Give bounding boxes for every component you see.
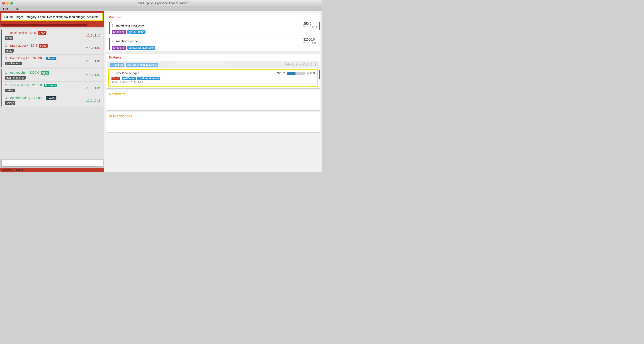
item-name: hong kong trip — [10, 56, 30, 60]
tag-spent-too: spentTooMuchLastWeek — [126, 63, 158, 66]
menu-bar: File Help — [0, 6, 322, 11]
wishlist-date: 2019-11-11 — [304, 26, 317, 29]
app-window: ⚡ GuiltTrip: your personal finance track… — [0, 0, 322, 172]
income-item-3[interactable]: 3. october salary $3000.0 Salary salary — [2, 94, 103, 107]
item-tags: food — [5, 36, 46, 40]
item-date: 2019-11-07 — [86, 59, 100, 62]
budgets-scrollbar — [319, 70, 320, 79]
item-tags: mala — [5, 48, 48, 52]
budget-bar-fill — [287, 72, 296, 75]
item-tags: gahmenMoney — [5, 75, 49, 80]
item-tags: salary — [5, 88, 57, 92]
category-badge: Travel — [46, 57, 56, 60]
command-input-wrapper — [1, 13, 103, 21]
right-panel: Wishlist 1. moleskine notebook $5 — [104, 11, 322, 172]
wishlist-section: Wishlist 1. moleskine notebook $5 — [106, 13, 320, 52]
tag-cant-get: cantGetEnufOfApple — [127, 46, 155, 50]
item-number: 2. — [5, 84, 8, 87]
item-number: 1. — [5, 31, 8, 35]
menu-file[interactable]: File — [2, 6, 9, 11]
income-item-2[interactable]: 2. side business $100.0 Business salary — [2, 82, 103, 94]
wishlist-accent — [109, 22, 110, 34]
budget-above-item: Transport spentTooMuchLastWeek 2019-11-1… — [107, 61, 319, 68]
tag-food-budget: Food — [112, 76, 120, 80]
expenses-section: 1. chicken rice $3.5 Food food — [1, 29, 103, 67]
income-section: 1. gst voucher $300.0 Gifts gahmenMoney — [1, 69, 103, 107]
item-amount: $300.0 — [29, 71, 39, 74]
bottom-input[interactable] — [1, 160, 103, 166]
item-number: 3. — [5, 56, 8, 60]
item-name: gst voucher — [10, 71, 26, 74]
budget-above-date: 2019-11-11 to 2019-11-18 — [285, 63, 316, 66]
budget-item-highlighted[interactable]: 3. nov food budget $23.9 $50.0 — [108, 69, 318, 86]
tag-protests: joinProtests — [5, 62, 22, 65]
command-input[interactable] — [2, 13, 102, 20]
status-text: ./data/guiltTrip.json — [2, 168, 23, 171]
menu-help[interactable]: Help — [12, 6, 21, 11]
item-name: chicken rice — [10, 31, 27, 35]
budget-spent: $23.9 — [277, 72, 285, 75]
item-amount: $2000.0 — [33, 56, 45, 60]
auto-expenses-header: Auto Expenses — [106, 112, 320, 119]
item-date: 2019-11-07 — [86, 74, 100, 77]
item-name: october salary — [10, 96, 30, 100]
tag-transport: Transport — [110, 63, 124, 66]
progress-bar-area — [0, 22, 104, 28]
wishlist-name: 2. macbook prooo — [112, 40, 138, 43]
wishlist-amount: $50.0 — [304, 22, 311, 26]
category-badge: Food — [39, 44, 48, 48]
tag-shopping: Shopping — [112, 30, 126, 34]
category-badge: Salary — [46, 96, 56, 100]
expense-item-3[interactable]: 3. hong kong trip $2000.0 Travel joinPro… — [2, 54, 103, 67]
wishlist-item-2[interactable]: 2. macbook prooo $2000.0 2019-11-08 — [106, 36, 320, 52]
item-amount: $100.0 — [32, 84, 42, 87]
expense-item-1[interactable]: 1. chicken rice $3.5 Food food — [2, 29, 103, 42]
wishlist-date: 2019-11-08 — [304, 42, 317, 45]
left-panel: 1. chicken rice $3.5 Food food — [0, 11, 104, 172]
auto-expenses-content — [106, 119, 320, 132]
item-name: side business — [10, 84, 30, 87]
budgets-section: Budgets Transport spentTooMuchLastWeek 2… — [106, 53, 320, 88]
item-amount: $3.5 — [30, 31, 36, 35]
item-amount: $5.4 — [31, 44, 37, 47]
tag-mala: mala — [5, 49, 14, 52]
budget-progress-bar — [287, 72, 305, 75]
tag-gahmen: gahmenMoney — [5, 76, 26, 80]
budget-tags: Food eatGrass noMoneyAlready — [112, 76, 315, 80]
tag-gift-friend: giftForFriend — [127, 30, 146, 34]
wishlist-amount: $2000.0 — [304, 38, 315, 41]
income-item-1[interactable]: 1. gst voucher $300.0 Gifts gahmenMoney — [2, 69, 103, 82]
budget-date: 2019-11-01 to 2019-12-01 — [112, 81, 315, 84]
item-date: 2019-11-05 — [86, 86, 100, 90]
lists-area[interactable]: 1. chicken rice $3.5 Food food — [0, 28, 104, 159]
wishlist-tags: Shopping cantGetEnufOfApple — [112, 45, 317, 50]
item-number: 3. — [5, 96, 8, 100]
item-number: 2. — [5, 44, 8, 47]
bottom-input-area — [0, 159, 104, 168]
budget-total: $50.0 — [307, 72, 315, 75]
command-area — [0, 11, 104, 22]
wishlist-tags: Shopping giftForFriend — [112, 30, 317, 34]
category-badge: Food — [38, 31, 46, 35]
item-date: 2019-11-09 — [86, 47, 100, 50]
item-tags: salary — [5, 100, 56, 105]
reminders-content — [106, 97, 320, 110]
category-badge: Gifts — [41, 71, 49, 74]
item-date: 2019-11-10 — [86, 34, 100, 37]
main-content: 1. chicken rice $3.5 Food food — [0, 11, 322, 172]
wishlist-scrollbar — [319, 22, 320, 30]
wishlist-item-1[interactable]: 1. moleskine notebook $50.0 2019-11-11 — [106, 20, 320, 36]
tag-eat-grass: eatGrass — [122, 76, 136, 80]
tag-salary2: salary — [5, 101, 15, 105]
expense-item-2[interactable]: 2. mala at deck $5.4 Food mala — [2, 42, 103, 54]
wishlist-accent — [109, 38, 110, 50]
tag-salary: salary — [5, 88, 15, 92]
reminders-section: Reminders — [106, 90, 320, 110]
traffic-lights — [2, 2, 13, 4]
item-tags: joinProtests — [5, 61, 56, 65]
close-button[interactable] — [2, 2, 5, 4]
item-date: 2019-10-28 — [86, 99, 100, 102]
maximize-button[interactable] — [10, 2, 13, 4]
minimize-button[interactable] — [6, 2, 9, 4]
tag-shopping2: Shopping — [112, 46, 126, 50]
